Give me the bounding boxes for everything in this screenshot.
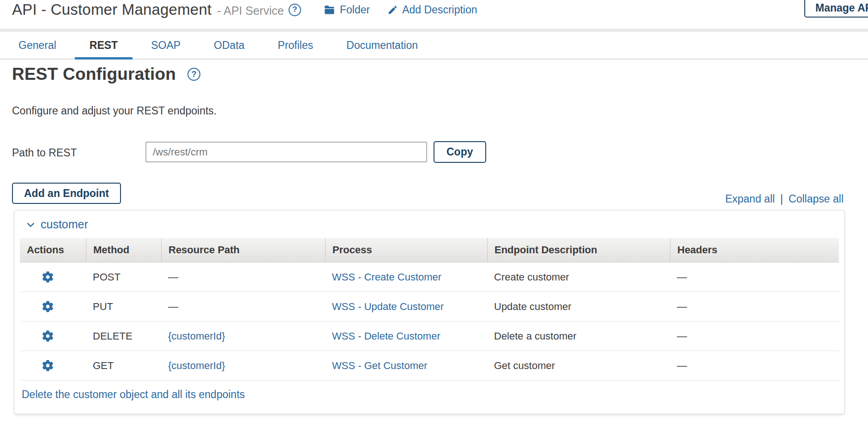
- delete-customer-object-link[interactable]: Delete the customer object and all its e…: [22, 388, 245, 401]
- tab-soap-label: SOAP: [151, 39, 181, 52]
- section-title: REST Configuration: [12, 65, 176, 84]
- header-actions: Folder Add Description: [323, 4, 477, 16]
- tab-profiles[interactable]: Profiles: [261, 32, 330, 59]
- col-method: Method: [86, 238, 161, 262]
- description-cell: Delete a customer: [487, 330, 670, 342]
- headers-cell: —: [670, 301, 835, 313]
- path-to-rest-label: Path to REST: [12, 147, 77, 159]
- description-cell: Create customer: [487, 271, 670, 283]
- page-title: API - Customer Management - API Service …: [12, 1, 301, 18]
- row-actions-gear-icon[interactable]: [42, 330, 54, 342]
- col-process: Process: [325, 238, 487, 262]
- api-type-label: - API Service: [217, 4, 284, 18]
- rest-help-icon[interactable]: ?: [187, 68, 200, 81]
- tab-soap[interactable]: SOAP: [134, 32, 197, 59]
- resource-path-cell: —: [161, 301, 325, 313]
- description-cell: Get customer: [487, 360, 670, 372]
- add-description-link[interactable]: Add Description: [387, 4, 477, 16]
- copy-button[interactable]: Copy: [434, 141, 486, 163]
- tab-rest[interactable]: REST: [73, 32, 134, 59]
- tab-documentation-label: Documentation: [346, 39, 418, 52]
- method-cell: POST: [86, 271, 161, 283]
- help-icon[interactable]: ?: [289, 4, 301, 16]
- process-link[interactable]: WSS - Delete Customer: [332, 330, 440, 342]
- folder-icon: [323, 4, 336, 16]
- col-headers: Headers: [670, 238, 835, 262]
- table-row: PUT — WSS - Update Customer Update custo…: [20, 292, 839, 322]
- folder-link[interactable]: Folder: [323, 4, 370, 16]
- resource-path-link[interactable]: {customerId}: [168, 330, 225, 342]
- tab-bar: General REST SOAP OData Profiles Documen…: [0, 32, 868, 60]
- api-title: API - Customer Management: [12, 1, 211, 18]
- header-divider: [0, 29, 868, 32]
- expand-collapse-controls: Expand all | Collapse all: [725, 193, 844, 205]
- method-cell: DELETE: [86, 330, 161, 342]
- tab-odata-label: OData: [214, 39, 244, 52]
- process-link[interactable]: WSS - Get Customer: [332, 360, 428, 371]
- row-actions-gear-icon[interactable]: [42, 360, 54, 371]
- app-header: API - Customer Management - API Service …: [0, 0, 868, 29]
- group-name: customer: [41, 218, 88, 231]
- headers-cell: —: [670, 271, 835, 283]
- tab-rest-label: REST: [90, 39, 118, 52]
- process-link[interactable]: WSS - Update Customer: [332, 301, 444, 312]
- chevron-down-icon: [26, 220, 36, 230]
- pencil-icon: [387, 5, 398, 15]
- path-to-rest-input[interactable]: [145, 142, 427, 162]
- tab-profiles-label: Profiles: [278, 39, 313, 52]
- active-tab-underline: [75, 57, 133, 60]
- headers-cell: —: [670, 330, 835, 342]
- resource-path-link[interactable]: {customerId}: [168, 360, 225, 371]
- customer-group-toggle[interactable]: customer: [14, 210, 844, 238]
- collapse-all-link[interactable]: Collapse all: [789, 193, 844, 205]
- link-separator: |: [780, 193, 783, 205]
- customer-endpoint-panel: customer Actions Method Resource Path Pr…: [14, 210, 845, 414]
- expand-all-link[interactable]: Expand all: [725, 193, 775, 205]
- resource-path-cell: —: [161, 271, 325, 283]
- col-actions: Actions: [20, 238, 86, 262]
- row-actions-gear-icon[interactable]: [42, 271, 54, 283]
- add-endpoint-button[interactable]: Add an Endpoint: [12, 183, 121, 204]
- row-actions-gear-icon[interactable]: [42, 301, 54, 312]
- method-cell: GET: [86, 360, 161, 372]
- col-endpoint-description: Endpoint Description: [487, 238, 670, 262]
- table-row: POST — WSS - Create Customer Create cust…: [20, 262, 839, 292]
- table-header-row: Actions Method Resource Path Process End…: [20, 238, 839, 262]
- headers-cell: —: [670, 360, 835, 372]
- add-description-label: Add Description: [402, 4, 477, 16]
- folder-link-label: Folder: [340, 4, 370, 16]
- process-link[interactable]: WSS - Create Customer: [332, 271, 441, 283]
- col-resource-path: Resource Path: [161, 238, 325, 262]
- tab-documentation[interactable]: Documentation: [330, 32, 434, 59]
- manage-api-button[interactable]: Manage API: [804, 0, 868, 18]
- tab-general-label: General: [18, 39, 56, 52]
- method-cell: PUT: [86, 301, 161, 313]
- endpoints-table: Actions Method Resource Path Process End…: [20, 238, 839, 381]
- tab-general[interactable]: General: [0, 32, 73, 59]
- section-description: Configure and adjust your REST endpoints…: [12, 105, 217, 117]
- table-row: GET {customerId} WSS - Get Customer Get …: [20, 351, 839, 381]
- section-heading-row: REST Configuration ?: [12, 65, 200, 84]
- tab-odata[interactable]: OData: [197, 32, 261, 59]
- description-cell: Update customer: [487, 301, 670, 313]
- table-row: DELETE {customerId} WSS - Delete Custome…: [20, 322, 839, 351]
